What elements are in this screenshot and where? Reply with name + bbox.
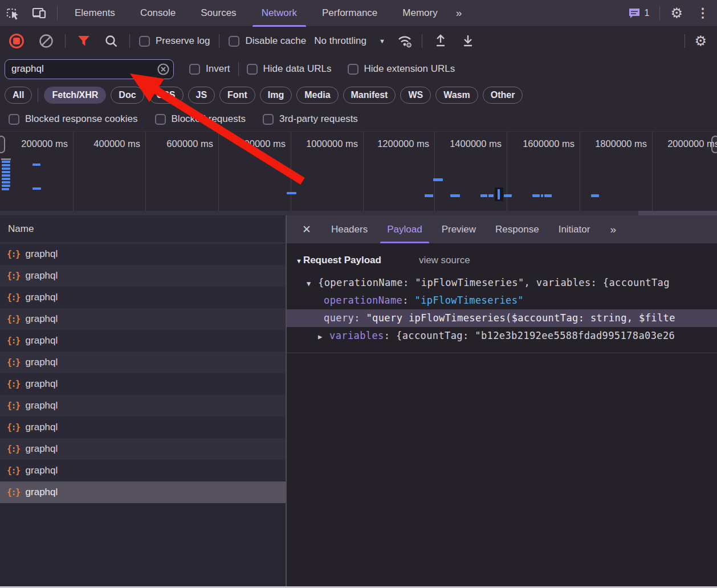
chip-wasm[interactable]: Wasm: [435, 87, 478, 104]
chip-other[interactable]: Other: [483, 87, 523, 104]
chip-js[interactable]: JS: [188, 87, 215, 104]
request-row[interactable]: {:}graphql: [0, 395, 286, 416]
preserve-log-checkbox[interactable]: [139, 36, 150, 47]
detail-tab-headers[interactable]: Headers: [321, 215, 377, 243]
view-source-link[interactable]: view source: [419, 255, 470, 266]
payload-colon: :: [384, 330, 396, 341]
search-icon[interactable]: [97, 27, 125, 55]
detail-tab-payload[interactable]: Payload: [377, 215, 431, 243]
tab-sources[interactable]: Sources: [188, 0, 248, 27]
tab-network[interactable]: Network: [249, 0, 309, 27]
request-row[interactable]: {:}graphql: [0, 481, 286, 503]
hide-extension-urls-toggle[interactable]: Hide extension URLs: [348, 63, 455, 75]
export-har-icon[interactable]: [454, 27, 482, 55]
detail-more-tabs-icon[interactable]: »: [604, 223, 621, 236]
tab-performance[interactable]: Performance: [309, 0, 390, 27]
timeline-selected-marker-bar: [498, 189, 500, 199]
timeline-request-bar: [2, 168, 10, 170]
chip-media[interactable]: Media: [296, 87, 338, 104]
filter-input[interactable]: [5, 63, 173, 75]
tab-memory[interactable]: Memory: [390, 0, 450, 27]
payload-row-operationname[interactable]: operationName: "ipFlowTimeseries": [287, 292, 717, 309]
request-row[interactable]: {:}graphql: [0, 352, 286, 373]
request-row[interactable]: {:}graphql: [0, 308, 286, 330]
network-overview-timeline[interactable]: 200000 ms400000 ms600000 ms800000 ms1000…: [0, 131, 717, 215]
issues-icon[interactable]: [628, 6, 641, 20]
import-har-icon[interactable]: [427, 27, 454, 55]
inspect-element-icon[interactable]: [0, 0, 26, 27]
tab-console[interactable]: Console: [128, 0, 188, 27]
request-row[interactable]: {:}graphql: [0, 330, 286, 352]
expand-triangle-icon[interactable]: ▶: [318, 328, 329, 345]
request-row[interactable]: {:}graphql: [0, 243, 286, 265]
payload-row-variables[interactable]: ▶variables: {accountTag: "b12e3b2192ee55…: [287, 327, 717, 345]
request-name: graphql: [26, 248, 58, 260]
chip-img[interactable]: Img: [260, 87, 292, 104]
divider: [65, 34, 66, 48]
section-collapse-icon[interactable]: ▼: [296, 258, 302, 264]
disable-cache-checkbox[interactable]: [229, 36, 239, 47]
network-conditions-icon[interactable]: [393, 27, 417, 55]
preserve-log-toggle[interactable]: Preserve log: [139, 35, 210, 47]
close-detail-icon[interactable]: ✕: [287, 223, 321, 236]
more-tabs-icon[interactable]: »: [450, 7, 467, 19]
hide-extension-urls-checkbox[interactable]: [348, 64, 358, 75]
chip-css[interactable]: CSS: [149, 87, 184, 104]
chip-ws[interactable]: WS: [400, 87, 431, 104]
record-network-log-button[interactable]: [9, 34, 24, 48]
hide-data-urls-toggle[interactable]: Hide data URLs: [247, 63, 332, 75]
request-row[interactable]: {:}graphql: [0, 287, 286, 308]
timeline-label: 800000 ms: [239, 138, 286, 149]
filter-row: Invert Hide data URLs Hide extension URL…: [0, 55, 717, 83]
blocked-response-cookies-toggle[interactable]: Blocked response cookies: [9, 113, 138, 125]
request-name: graphql: [26, 270, 58, 281]
disable-cache-toggle[interactable]: Disable cache: [229, 35, 306, 47]
kebab-menu-icon[interactable]: ⋮: [689, 6, 717, 21]
payload-section-header[interactable]: ▼ Request Payload view source: [296, 255, 717, 266]
chip-doc[interactable]: Doc: [111, 87, 144, 104]
chip-all[interactable]: All: [5, 87, 32, 104]
filter-funnel-icon[interactable]: [70, 27, 97, 55]
name-column-header[interactable]: Name: [0, 215, 286, 243]
throttling-select[interactable]: No throttling ▼: [306, 35, 393, 47]
tab-elements[interactable]: Elements: [62, 0, 128, 27]
detail-tab-preview[interactable]: Preview: [432, 215, 486, 243]
request-row[interactable]: {:}graphql: [0, 460, 286, 481]
clear-network-log-button[interactable]: [32, 27, 60, 55]
request-row[interactable]: {:}graphql: [0, 373, 286, 395]
settings-gear-icon[interactable]: ⚙: [665, 6, 689, 20]
request-row[interactable]: {:}graphql: [0, 416, 286, 438]
hide-data-urls-checkbox[interactable]: [247, 64, 258, 75]
timeline-request-bar: [433, 178, 443, 181]
divider: [129, 34, 130, 48]
detail-tab-initiator[interactable]: Initiator: [549, 215, 600, 243]
invert-checkbox[interactable]: [189, 64, 200, 75]
invert-toggle[interactable]: Invert: [189, 63, 230, 75]
chip-manifest[interactable]: Manifest: [343, 87, 396, 104]
3rd-party-requests-checkbox[interactable]: [263, 114, 274, 125]
payload-row-root[interactable]: ▼{operationName: "ipFlowTimeseries", var…: [287, 274, 717, 292]
fetch-json-icon: {:}: [7, 314, 20, 324]
detail-tab-response[interactable]: Response: [486, 215, 549, 243]
collapse-triangle-icon[interactable]: ▼: [307, 275, 318, 292]
timeline-scroll-segment[interactable]: [638, 211, 717, 215]
timeline-gridline: [73, 132, 74, 211]
device-toolbar-icon[interactable]: [26, 0, 52, 27]
timeline-request-bar: [32, 164, 40, 166]
hide-data-urls-label: Hide data URLs: [263, 63, 332, 75]
chip-fetch-xhr[interactable]: Fetch/XHR: [44, 87, 106, 104]
chip-font[interactable]: Font: [219, 87, 255, 104]
request-row[interactable]: {:}graphql: [0, 438, 286, 460]
timeline-gridline: [291, 132, 291, 211]
network-settings-gear-icon[interactable]: ⚙: [690, 34, 717, 48]
overview-left-handle[interactable]: [0, 136, 5, 153]
payload-row-query[interactable]: query: "query ipFlowTimeseries($accountT…: [287, 309, 717, 327]
request-name: graphql: [26, 357, 58, 368]
clear-filter-icon[interactable]: [157, 63, 169, 75]
3rd-party-requests-toggle[interactable]: 3rd-party requests: [263, 113, 358, 125]
blocked-requests-toggle[interactable]: Blocked requests: [155, 113, 246, 125]
request-row[interactable]: {:}graphql: [0, 265, 286, 287]
blocked-requests-checkbox[interactable]: [155, 114, 166, 125]
blocked-response-cookies-checkbox[interactable]: [9, 114, 19, 125]
filter-input-wrap: [5, 59, 174, 79]
